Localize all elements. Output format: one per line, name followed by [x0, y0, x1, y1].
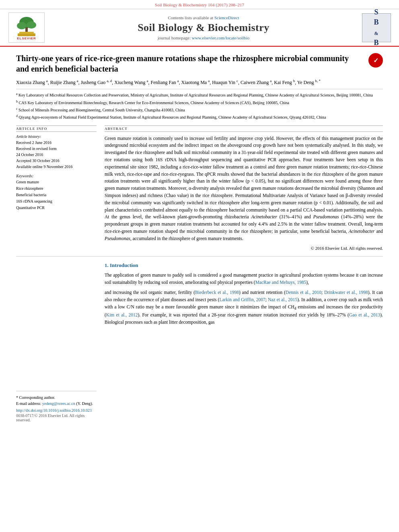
received2: Received in revised form	[16, 146, 97, 152]
keyword-1: Green manure	[16, 179, 97, 185]
article-info-panel: ARTICLE INFO Article history: Received 2…	[16, 125, 97, 251]
journal-citation: Soil Biology & Biochemistry 104 (2017) 2…	[155, 2, 244, 7]
info-abstract-columns: ARTICLE INFO Article history: Received 2…	[16, 125, 383, 251]
biederbeck-ref[interactable]: Biederbeck et al., 1998	[195, 290, 239, 295]
main-content: Thirty-one years of rice-rice-green manu…	[0, 47, 399, 429]
email-note: E-mail address: yedeng@rcees.ac.cn (Y. D…	[16, 401, 97, 407]
journal-homepage: journal homepage: www.elsevier.com/locat…	[158, 35, 249, 40]
dennis-ref[interactable]: Dennis et al., 2010	[286, 290, 321, 295]
intro-paragraph-1: The application of green manure to paddy…	[105, 272, 383, 286]
gao-ref[interactable]: Gao et al., 2013	[349, 312, 380, 317]
abstract-label: ABSTRACT	[105, 125, 383, 132]
intro-left: * Corresponding author. E-mail address: …	[16, 262, 97, 422]
svg-point-3	[27, 21, 36, 29]
email-link[interactable]: yedeng@rcees.ac.cn	[42, 401, 75, 406]
elsevier-logo-svg: ELSEVIER	[10, 14, 43, 41]
affiliation-c: c School of Minerals Processing and Bioe…	[16, 107, 383, 113]
sciencedirect-link[interactable]: ScienceDirect	[214, 15, 239, 20]
keywords-label: Keywords:	[16, 174, 97, 178]
intro-right: 1. Introduction The application of green…	[105, 262, 383, 422]
doi-line: http://dx.doi.org/10.1016/j.soilbio.2016…	[16, 408, 97, 413]
article-info-label: ARTICLE INFO	[16, 125, 97, 132]
sb-logo-text: SB&B	[374, 7, 379, 48]
drinkwater-ref[interactable]: Drinkwater et al., 1998	[324, 290, 368, 295]
authors-line: Xiaoxia Zhang a, Ruijie Zhang a, Jusheng…	[16, 78, 383, 86]
section-divider	[16, 256, 383, 257]
journal-header: ELSEVIER Contents lists available at Sci…	[0, 9, 399, 47]
article-title: Thirty-one years of rice-rice-green manu…	[16, 53, 368, 74]
svg-text:ELSEVIER: ELSEVIER	[17, 37, 36, 40]
svg-point-2	[17, 22, 27, 29]
svg-rect-6	[19, 32, 34, 34]
journal-title: Soil Biology & Biochemistry	[138, 22, 269, 34]
naz-ref[interactable]: Naz et al., 2015	[268, 297, 297, 302]
affiliation-a: a Key Laboratory of Microbial Resources …	[16, 92, 383, 98]
doi-link[interactable]: http://dx.doi.org/10.1016/j.soilbio.2016…	[16, 408, 92, 413]
keyword-3: Beneficial bacteria	[16, 192, 97, 198]
intro-paragraph-2: and increasing the soil organic matter, …	[105, 289, 383, 326]
larkin-ref[interactable]: Larkin and Griffin, 2007	[219, 297, 265, 302]
history-label: Article history:	[16, 134, 97, 139]
abstract-section: ABSTRACT Green manure rotation is common…	[105, 125, 383, 251]
copyright: © 2016 Elsevier Ltd. All rights reserved…	[105, 246, 383, 251]
section-number: 1. Introduction	[105, 262, 383, 269]
keyword-2: Rice rhizosphere	[16, 185, 97, 192]
received2-date: 24 October 2016	[16, 152, 97, 158]
sciencedirect-line: Contents lists available at ScienceDirec…	[168, 15, 239, 20]
sb-logo-area: SB&B	[360, 12, 393, 43]
homepage-url[interactable]: www.elsevier.com/locate/soilbio	[192, 35, 249, 40]
affiliation-b: b CAS Key Laboratory of Environmental Bi…	[16, 99, 383, 106]
keywords-section: Keywords: Green manure Rice rhizosphere …	[16, 174, 97, 211]
top-bar: Soil Biology & Biochemistry 104 (2017) 2…	[0, 0, 399, 9]
elsevier-logo-area: ELSEVIER	[6, 12, 47, 43]
affiliation-d: d Qiyang Agro-ecosystem of National Fiel…	[16, 114, 383, 120]
keyword-5: Quantitative PCR	[16, 205, 97, 211]
kim-ref[interactable]: Kim et al., 2012	[106, 312, 138, 317]
received1: Received 2 June 2016	[16, 140, 97, 146]
svg-rect-5	[18, 33, 35, 36]
keyword-4: 16S rDNA sequencing	[16, 198, 97, 205]
journal-title-area: Contents lists available at ScienceDirec…	[51, 12, 356, 43]
keywords-list: Green manure Rice rhizosphere Beneficial…	[16, 179, 97, 211]
footnote-area: * Corresponding author. E-mail address: …	[16, 391, 97, 422]
available: Available online 9 November 2016	[16, 164, 97, 170]
affiliations: a Key Laboratory of Microbial Resources …	[16, 89, 383, 120]
article-history: Article history: Received 2 June 2016 Re…	[16, 134, 97, 170]
corresponding-note: * Corresponding author.	[16, 394, 97, 401]
introduction-section: * Corresponding author. E-mail address: …	[16, 262, 383, 422]
crossmark-icon[interactable]: ✓	[368, 53, 383, 68]
issn-line: 0038-0717/© 2016 Elsevier Ltd. All right…	[16, 413, 97, 422]
macrae-ref[interactable]: MacRae and Mehuys, 1985	[255, 280, 306, 285]
article-title-section: Thirty-one years of rice-rice-green manu…	[16, 53, 383, 74]
accepted: Accepted 30 October 2016	[16, 158, 97, 164]
abstract-text: Green manure rotation is commonly used t…	[105, 135, 383, 242]
